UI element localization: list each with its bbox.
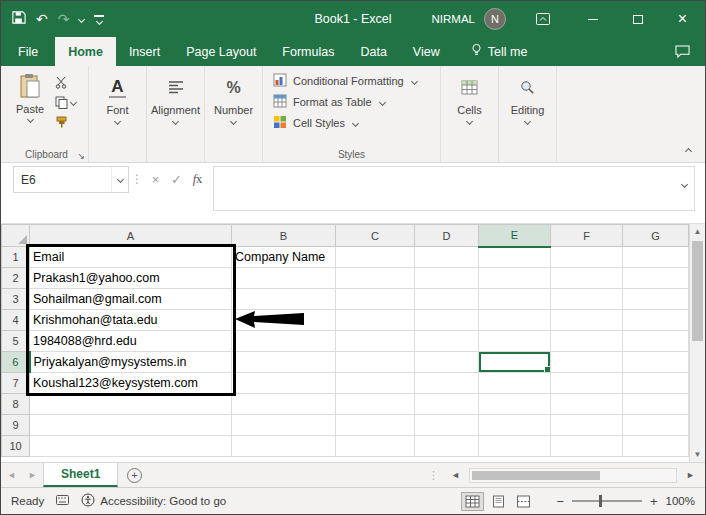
column-header-B[interactable]: B <box>232 225 336 247</box>
select-all-corner[interactable] <box>2 225 30 247</box>
redo-icon[interactable]: ↷ <box>58 12 70 26</box>
cell[interactable] <box>551 436 623 457</box>
paste-button[interactable]: Paste <box>9 71 51 146</box>
formula-bar-splitter[interactable]: ⋮ <box>129 166 145 193</box>
cell[interactable] <box>415 310 479 331</box>
customize-qat-icon[interactable] <box>94 15 104 24</box>
cell[interactable] <box>336 415 415 436</box>
cell[interactable] <box>336 331 415 352</box>
cell-A2[interactable]: Prakash1@yahoo.com <box>30 268 232 289</box>
clipboard-dialog-launcher[interactable]: ↘ <box>77 151 85 161</box>
row-header-8[interactable]: 8 <box>2 394 30 415</box>
cell[interactable] <box>415 247 479 268</box>
cell[interactable] <box>336 373 415 394</box>
cell-A3[interactable]: Sohailman@gmail.com <box>30 289 232 310</box>
chevron-down-icon[interactable] <box>78 15 85 22</box>
cell[interactable] <box>551 352 623 373</box>
cell[interactable] <box>415 268 479 289</box>
minimize-button[interactable] <box>570 1 615 37</box>
cell[interactable] <box>415 436 479 457</box>
row-header-4[interactable]: 4 <box>2 310 30 331</box>
tab-view[interactable]: View <box>400 37 453 66</box>
column-header-C[interactable]: C <box>336 225 415 247</box>
insert-function-icon[interactable]: fx <box>187 166 208 193</box>
cell[interactable] <box>232 394 336 415</box>
cell[interactable] <box>551 268 623 289</box>
column-header-D[interactable]: D <box>415 225 479 247</box>
row-header-6[interactable]: 6 <box>2 352 30 373</box>
cut-button[interactable] <box>55 76 76 89</box>
zoom-slider[interactable] <box>572 500 642 502</box>
hscroll-left-icon[interactable]: ◄ <box>445 470 466 480</box>
scroll-up-icon[interactable]: ▲ <box>694 227 702 236</box>
cell[interactable] <box>336 247 415 268</box>
cell[interactable] <box>479 394 551 415</box>
cell[interactable] <box>623 310 689 331</box>
cancel-icon[interactable]: × <box>145 166 166 193</box>
cell[interactable] <box>551 331 623 352</box>
cell[interactable] <box>623 289 689 310</box>
horizontal-scrollbar[interactable] <box>469 468 677 483</box>
row-header-1[interactable]: 1 <box>2 247 30 268</box>
column-header-F[interactable]: F <box>551 225 623 247</box>
cell[interactable] <box>623 415 689 436</box>
tab-page-layout[interactable]: Page Layout <box>173 37 269 66</box>
tab-insert[interactable]: Insert <box>116 37 173 66</box>
tab-data[interactable]: Data <box>347 37 399 66</box>
page-break-view-button[interactable] <box>513 493 534 510</box>
tell-me-box[interactable]: Tell me <box>459 37 540 66</box>
format-as-table-button[interactable]: Format as Table <box>273 94 430 110</box>
editing-group-button[interactable]: Editing <box>499 66 557 162</box>
user-name[interactable]: NIRMAL <box>432 13 475 25</box>
cell[interactable] <box>30 436 232 457</box>
tab-splitter[interactable]: ⋮ <box>425 469 442 482</box>
cell[interactable] <box>479 436 551 457</box>
row-header-2[interactable]: 2 <box>2 268 30 289</box>
tab-file[interactable]: File <box>1 37 55 66</box>
row-header-3[interactable]: 3 <box>2 289 30 310</box>
sheet-nav-next-icon[interactable]: ► <box>22 463 43 487</box>
zoom-out-button[interactable]: − <box>556 494 564 509</box>
selected-cell-E6[interactable] <box>479 352 551 373</box>
tab-formulas[interactable]: Formulas <box>269 37 347 66</box>
horizontal-scroll-thumb[interactable] <box>472 471 600 480</box>
cell[interactable] <box>551 247 623 268</box>
format-painter-button[interactable] <box>55 116 76 129</box>
cell-A6[interactable]: Priyakalyan@mysystems.in <box>30 352 232 373</box>
row-header-5[interactable]: 5 <box>2 331 30 352</box>
cell[interactable] <box>551 415 623 436</box>
cell[interactable] <box>623 436 689 457</box>
cell[interactable] <box>551 394 623 415</box>
cell[interactable] <box>336 352 415 373</box>
column-header-E[interactable]: E <box>479 225 551 247</box>
cell-A1[interactable]: Email <box>30 247 232 268</box>
sheet-tab-sheet1[interactable]: Sheet1 <box>43 463 118 487</box>
cell[interactable] <box>623 394 689 415</box>
row-header-7[interactable]: 7 <box>2 373 30 394</box>
copy-button[interactable] <box>55 96 76 109</box>
cell[interactable] <box>232 436 336 457</box>
font-group-button[interactable]: A Font <box>89 66 147 162</box>
tab-home[interactable]: Home <box>55 37 116 66</box>
cell[interactable] <box>30 415 232 436</box>
undo-icon[interactable]: ↶ <box>36 12 48 26</box>
alignment-group-button[interactable]: Alignment <box>147 66 205 162</box>
cell[interactable] <box>623 331 689 352</box>
cell[interactable] <box>415 289 479 310</box>
cell[interactable] <box>232 352 336 373</box>
cell-A5[interactable]: 1984088@hrd.edu <box>30 331 232 352</box>
zoom-in-button[interactable]: + <box>650 494 658 509</box>
enter-icon[interactable]: ✓ <box>166 166 187 193</box>
cell-styles-button[interactable]: Cell Styles <box>273 115 430 131</box>
cell[interactable] <box>336 394 415 415</box>
cell[interactable] <box>551 373 623 394</box>
cell[interactable] <box>232 331 336 352</box>
row-header-10[interactable]: 10 <box>2 436 30 457</box>
avatar[interactable]: N <box>484 8 506 30</box>
cell[interactable] <box>232 310 336 331</box>
cell[interactable] <box>479 415 551 436</box>
normal-view-button[interactable] <box>461 492 484 511</box>
page-layout-view-button[interactable] <box>488 493 509 510</box>
column-header-A[interactable]: A <box>30 225 232 247</box>
cell[interactable] <box>479 331 551 352</box>
